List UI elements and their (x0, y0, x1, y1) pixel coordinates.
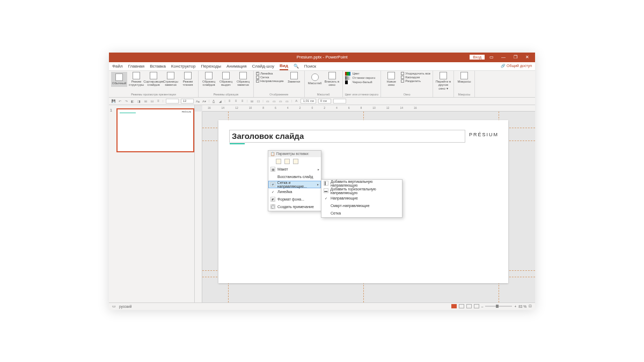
fit-button[interactable]: ⊡ (529, 304, 532, 308)
increase-font-icon[interactable]: A▴ (196, 99, 200, 103)
grid-icon: # (270, 182, 275, 187)
share-button[interactable]: 🔗 Общий доступ (501, 64, 532, 68)
tab-file[interactable]: Файл (112, 63, 123, 70)
slide-master-button[interactable]: Образец слайдов (201, 72, 217, 87)
ctx-format-background[interactable]: ◩ Формат фона... (268, 196, 321, 203)
ctx-layout[interactable]: ▦ Макет ▸ (268, 166, 321, 173)
app-window: Presium.pptx - PowerPoint Вход ▭ — ❐ ✕ Ф… (109, 53, 535, 310)
tab-design[interactable]: Конструктор (171, 63, 196, 70)
tab-view[interactable]: Вид (280, 62, 288, 70)
grid-checkbox[interactable]: Сетка (256, 76, 284, 79)
zoom-out-button[interactable]: – (481, 305, 484, 308)
shape-icon[interactable]: ▭ (279, 99, 283, 103)
ruler-checkbox[interactable]: Линейка (256, 72, 284, 75)
arrange-all-button[interactable]: Упорядочить все (401, 72, 430, 75)
shape-icon[interactable]: ▭ (285, 99, 289, 103)
decrease-font-icon[interactable]: A▾ (202, 99, 207, 103)
distribute-icon[interactable]: ⊡ (256, 99, 260, 103)
search-icon[interactable]: 🔍 (294, 63, 299, 70)
qa-icon[interactable]: ≡ (156, 99, 160, 103)
view-slideshow-icon[interactable] (474, 304, 479, 308)
text-icon[interactable]: A (294, 99, 298, 103)
view-sorter-button[interactable]: Сортировщик слайдов (145, 72, 162, 87)
extra-field[interactable] (333, 99, 346, 104)
grayscale-mode-button[interactable]: Оттенки серого (345, 76, 379, 80)
color-mode-button[interactable]: Цвет (345, 72, 379, 76)
pos-y-field[interactable]: 0 см (318, 99, 331, 104)
ctx-guides-toggle[interactable]: ✓ Направляющие (321, 195, 402, 202)
ctx-grid-toggle[interactable]: Сетка (321, 210, 402, 217)
vertical-ruler[interactable] (195, 112, 202, 302)
handout-master-button[interactable]: Образец выдач (218, 72, 234, 87)
close-button[interactable]: ✕ (521, 53, 533, 62)
zoom-slider[interactable] (485, 306, 512, 307)
new-window-button[interactable]: Новое окно (383, 72, 399, 87)
bw-mode-button[interactable]: Черно-белый (345, 80, 379, 84)
paste-option-2-icon[interactable] (284, 159, 290, 164)
qa-save-icon[interactable]: 💾 (111, 99, 115, 103)
ctx-add-vertical-guide[interactable]: ▍ Добавить вертикальную направляющую (321, 180, 402, 187)
view-notes-page-button[interactable]: Страницы заметок (163, 72, 179, 87)
slide-thumbnail-1[interactable]: 1 PRÉSIUM (112, 108, 191, 152)
ctx-smart-guides-toggle[interactable]: Смарт-направляющие (321, 202, 402, 210)
slide-title-placeholder[interactable]: Заголовок слайда (229, 130, 465, 143)
pos-x-field[interactable]: 1,01 см (301, 99, 316, 104)
font-size-field[interactable]: 12 (181, 99, 194, 104)
fit-window-button[interactable]: Вписать в окно (324, 72, 340, 87)
qa-redo-icon[interactable]: ↷ (124, 99, 128, 103)
view-reading-icon[interactable] (466, 304, 472, 308)
paste-option-3-icon[interactable] (293, 159, 298, 164)
ctx-ruler[interactable]: ✓ Линейка (268, 188, 321, 196)
view-normal-icon[interactable] (451, 304, 457, 308)
ctx-grid-guides[interactable]: # Сетка и направляющие... ▸ (268, 181, 321, 188)
ctx-reset-slide[interactable]: Восстановить слайд (268, 173, 321, 181)
ribbon-group-show-label: Отображение (256, 93, 302, 96)
guides-checkbox[interactable]: Направляющие (256, 79, 284, 83)
ctx-add-horizontal-guide[interactable]: ▬ Добавить горизонтальную направляющую (321, 187, 402, 195)
align-right-icon[interactable]: ≡ (240, 99, 245, 103)
fill-color-icon[interactable]: ◢ (218, 99, 222, 103)
canvas-area[interactable]: Заголовок слайда PRÉSIUM 📋 Параметры вст… (202, 112, 535, 302)
shape-icon[interactable]: ▭ (272, 99, 276, 103)
ribbon-group-window-label: Окно (383, 93, 430, 96)
notes-button[interactable]: Заметки (286, 72, 302, 84)
align-objects-icon[interactable]: ⊞ (250, 99, 254, 103)
paste-option-1-icon[interactable] (276, 159, 281, 164)
qa-undo-icon[interactable]: ↶ (118, 99, 122, 103)
language-icon[interactable]: ▭ (112, 304, 116, 308)
split-button[interactable]: Разделить (401, 79, 430, 83)
view-normal-button[interactable]: Обычный (111, 72, 127, 87)
font-family-field[interactable] (166, 99, 179, 104)
zoom-button[interactable]: Масштаб (307, 72, 323, 87)
tab-slideshow[interactable]: Слайд-шоу (252, 63, 274, 70)
align-left-icon[interactable]: ≡ (228, 99, 232, 103)
zoom-in-button[interactable]: + (514, 305, 516, 308)
switch-window-button[interactable]: Перейти в другое окно ▾ (435, 72, 451, 91)
notes-master-button[interactable]: Образец заметок (235, 72, 251, 87)
ribbon-options-button[interactable]: ▭ (486, 53, 497, 62)
qa-icon[interactable]: ⊞ (143, 99, 148, 103)
ctx-new-comment[interactable]: 💬 Создать примечание (268, 203, 321, 211)
font-color-icon[interactable]: A (211, 99, 216, 103)
horizontal-ruler[interactable]: 1614121086420246810121416 (202, 105, 535, 112)
tab-insert[interactable]: Вставка (150, 63, 166, 70)
tab-animation[interactable]: Анимация (226, 63, 247, 70)
restore-button[interactable]: ❐ (509, 53, 521, 62)
macros-button[interactable]: Макросы (456, 72, 472, 84)
minimize-button[interactable]: — (497, 53, 509, 62)
cascade-button[interactable]: Каскадом (401, 76, 430, 79)
align-center-icon[interactable]: ≡ (234, 99, 238, 103)
qa-icon[interactable]: ◧ (130, 99, 135, 103)
shape-icon[interactable]: ▭ (266, 99, 270, 103)
tab-transitions[interactable]: Переходы (201, 63, 221, 70)
language-label[interactable]: русский (119, 305, 131, 308)
view-reading-button[interactable]: Режим чтения (180, 72, 196, 87)
zoom-level[interactable]: 83 % (518, 305, 526, 308)
view-sorter-icon[interactable] (459, 304, 464, 308)
qa-icon[interactable]: ◨ (137, 99, 141, 103)
tab-home[interactable]: Главная (128, 63, 144, 70)
login-button[interactable]: Вход (470, 55, 485, 60)
qa-icon[interactable]: ⊟ (150, 99, 154, 103)
view-outline-button[interactable]: Режим структуры (128, 72, 144, 87)
search-label[interactable]: Поиск (304, 63, 316, 70)
